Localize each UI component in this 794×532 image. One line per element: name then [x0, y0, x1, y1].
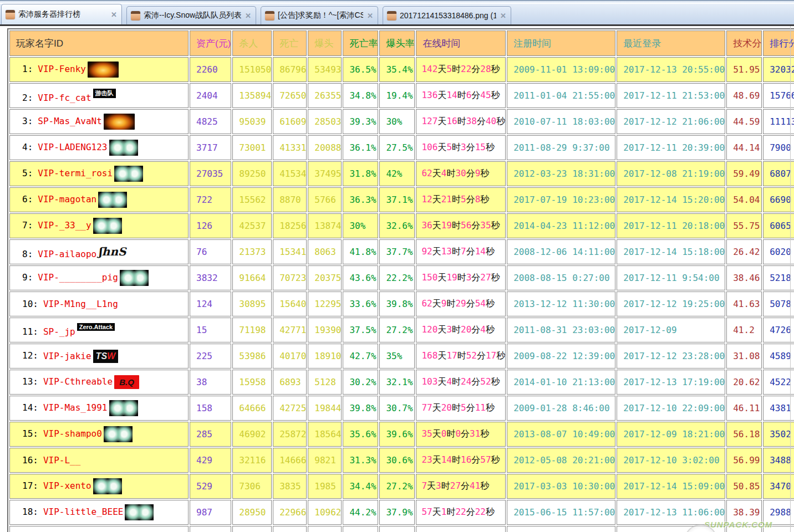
- player-name-link[interactable]: VIP-fc_cat: [38, 93, 91, 103]
- cell-last_login: 2017-12-12 19:25:00: [617, 291, 725, 316]
- cell-player: 4:VIP-LADENG123: [9, 135, 189, 160]
- player-name-link[interactable]: VIP-Mas_1991: [43, 402, 108, 413]
- cell-assets: 124: [190, 291, 231, 316]
- online-time-number: 12: [421, 194, 432, 204]
- cell-rankscore: 3488: [763, 448, 794, 473]
- online-time-unit: 分: [466, 299, 475, 308]
- cell-last_login: 2017-12-11 9:54:00: [617, 265, 725, 290]
- online-time-unit: 天: [437, 351, 446, 360]
- cell-player: 14:VIP-Mas_1991: [9, 396, 189, 421]
- online-time-unit: 分: [466, 247, 475, 256]
- cell-deaths: 6893: [273, 370, 307, 395]
- column-header-deaths: 死亡: [273, 30, 307, 56]
- cell-assets: 158: [190, 396, 231, 421]
- tab-close-icon[interactable]: ✕: [245, 12, 251, 20]
- cell-headshot_rate: 37.1%: [379, 187, 415, 212]
- player-rank: 15:: [22, 428, 38, 439]
- cell-assets: [190, 526, 231, 532]
- player-row: 10:VIP-M1ng__L1ng12430895156401229533.6%…: [9, 291, 794, 316]
- cell-last_login: 2017-12-14 15:09:00: [617, 474, 725, 499]
- online-time-unit: 天: [437, 273, 446, 282]
- player-name-link[interactable]: VIP-Cthreable: [43, 376, 113, 387]
- online-time-unit: 时: [452, 195, 461, 204]
- player-row-partial: [9, 526, 794, 532]
- cell-skill: 26.42: [726, 239, 762, 264]
- player-name-link[interactable]: VIP-magotan: [38, 194, 96, 204]
- player-name-link[interactable]: VIP-M1ng__L1ng: [43, 299, 118, 309]
- player-name-link[interactable]: VIP-little_BEEE: [43, 507, 124, 517]
- browser-tab[interactable]: [公告]求奖励！^~[索沛CS论坛]✕: [261, 6, 378, 24]
- player-name-link[interactable]: VIP-shampo0: [43, 428, 102, 439]
- cell-registered: 2010-07-11 18:03:00: [507, 109, 615, 134]
- online-time-unit: 分: [466, 142, 475, 152]
- cell-online: 35天0时0分31秒: [416, 422, 506, 447]
- player-rank: 18:: [22, 507, 38, 517]
- player-name-link[interactable]: VIP-LADENG123: [38, 142, 107, 152]
- online-time-unit: 天: [432, 221, 441, 230]
- player-name-link[interactable]: VIP-L__: [43, 455, 80, 466]
- cell-headshot_rate: 39.6%: [379, 422, 415, 447]
- clan-badge-skull-icon: [98, 192, 127, 208]
- cell-online: 142天5时22分28秒: [416, 57, 506, 82]
- tab-close-icon[interactable]: ✕: [367, 12, 373, 20]
- online-time-number: 62: [421, 168, 432, 178]
- player-name-link[interactable]: VIP-xento: [43, 480, 91, 491]
- column-header-kills: 杀人: [232, 30, 272, 56]
- clan-badge-skull-icon: [109, 400, 138, 416]
- player-name-link[interactable]: SP-_jp: [43, 326, 75, 337]
- tab-close-icon[interactable]: ✕: [111, 11, 117, 19]
- cell-headshots: 9821: [308, 448, 342, 473]
- cell-headshot_rate: 32.6%: [379, 213, 415, 238]
- cell-rankscore: 3470: [763, 474, 794, 499]
- online-time-unit: 天: [432, 168, 441, 178]
- online-time-number: 3: [461, 142, 466, 152]
- tab-favicon-icon: [265, 11, 274, 21]
- cell-assets: 285: [190, 422, 231, 447]
- browser-tab[interactable]: 索沛服务器排行榜✕: [1, 4, 122, 24]
- online-time-number: 57: [480, 454, 491, 465]
- column-header-assets: 资产(元): [190, 30, 231, 56]
- tab-title: [公告]求奖励！^~[索沛CS论坛]: [278, 11, 363, 21]
- online-time-number: 21: [441, 194, 452, 204]
- online-time-number: 0: [441, 428, 447, 439]
- player-row: 1:VIP-Fenky2260151050867965349336.5%35.4…: [9, 57, 794, 82]
- player-row: 16:VIP-L__4293211614666982131.3%30.6%23天…: [9, 448, 794, 473]
- online-time-number: 52: [466, 350, 477, 361]
- player-name-link[interactable]: VIP-Fenky: [38, 64, 86, 74]
- cell-registered: 2008-08-15 0:27:00: [507, 265, 615, 290]
- online-time-number: 29: [455, 298, 466, 309]
- online-time-number: 3: [436, 480, 441, 491]
- cell-deaths: 3835: [273, 474, 307, 499]
- online-time-number: 31: [470, 428, 480, 439]
- player-name-link[interactable]: VIP-ailaopo: [38, 249, 96, 259]
- cell-headshots: 53493: [308, 57, 342, 82]
- online-time-number: 30: [455, 168, 466, 178]
- cell-kills: 64666: [232, 396, 272, 421]
- player-name-link[interactable]: VIP-jakie: [43, 350, 91, 361]
- cell-headshot_rate: 35%: [379, 344, 415, 369]
- browser-tab[interactable]: 20171214153318486.png (1159✕: [383, 6, 511, 24]
- cell-skill: 44.14: [726, 135, 762, 160]
- player-name-link[interactable]: VIP-________pig: [38, 272, 118, 283]
- online-time-number: 22: [461, 64, 471, 74]
- online-time-number: 54: [475, 298, 486, 309]
- player-name-link[interactable]: VIP-_33__y: [38, 220, 91, 231]
- player-row: 11:SP-_jpZero.Attack1571198427711939037.…: [9, 318, 794, 342]
- player-row: 9:VIP-________pig383291664707232037543.6…: [9, 265, 794, 290]
- online-time-unit: 天: [432, 507, 441, 516]
- online-time-number: 20: [461, 324, 471, 335]
- cell-death_rate: 34.8%: [343, 83, 378, 108]
- browser-tab[interactable]: 索沛--Icy.Snow战队队员列表✕: [126, 6, 256, 24]
- clan-badge-dragon-icon: [104, 114, 135, 130]
- online-time-number: 168: [421, 350, 437, 361]
- online-time-number: 4: [480, 324, 486, 335]
- player-name-link[interactable]: SP-Mas_AvaNt: [38, 116, 102, 126]
- cell-deaths: 22966: [273, 500, 307, 525]
- clan-badge-skull-icon: [125, 504, 154, 520]
- player-name-link[interactable]: VIP-termi_rosi: [38, 168, 113, 178]
- tab-close-icon[interactable]: ✕: [500, 12, 506, 20]
- cell-registered: 2014-01-10 21:13:00: [507, 370, 615, 395]
- player-rank: 8:: [22, 249, 33, 259]
- cell-online: [416, 526, 506, 532]
- cell-registered: 2009-08-22 12:39:00: [507, 344, 615, 369]
